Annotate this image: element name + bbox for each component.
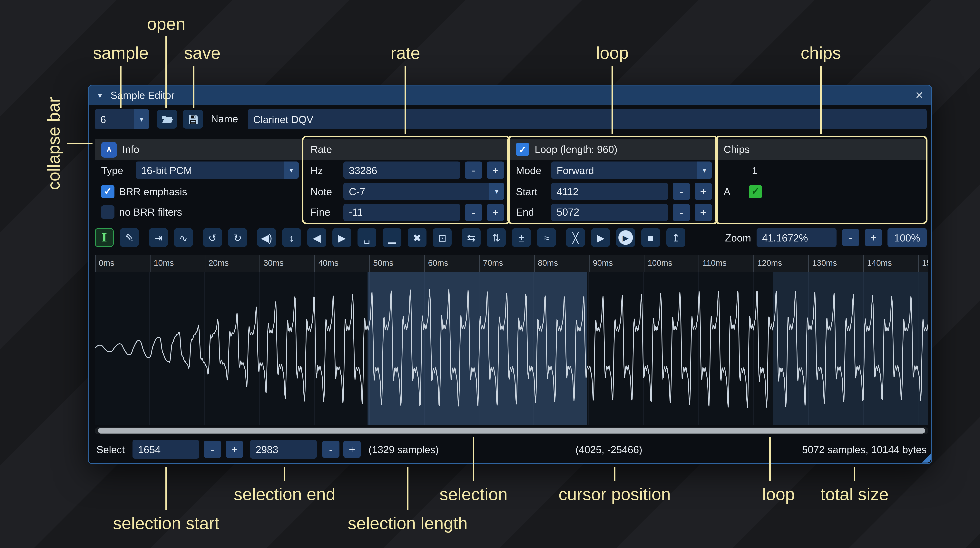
loop-start-decrement-button[interactable]: -	[673, 183, 690, 200]
redo-icon[interactable]: ↻	[228, 228, 247, 247]
fade-in-icon[interactable]: ◀	[307, 228, 326, 247]
amplify-icon[interactable]: ◀)	[257, 228, 276, 247]
loop-end-value: 5072	[557, 206, 579, 218]
loop-end-input[interactable]: 5072	[551, 204, 668, 221]
loop-end-row: End 5072 - +	[510, 202, 718, 223]
hz-increment-button[interactable]: +	[487, 162, 504, 179]
apply-silence-icon[interactable]: ▁	[383, 228, 401, 247]
timeline-tick: 90ms	[589, 255, 613, 272]
selection-start-input[interactable]: 1654	[132, 440, 199, 459]
collapse-bar-button[interactable]: ∧	[101, 142, 117, 157]
fine-decrement-button[interactable]: -	[465, 204, 482, 221]
annotation-total-size: total size	[821, 484, 888, 505]
timeline-tick: 100ms	[644, 255, 672, 272]
insert-silence-icon[interactable]: ␣	[358, 228, 376, 247]
stop-icon[interactable]: ■	[641, 228, 660, 247]
resample-icon[interactable]: ∿	[174, 228, 193, 247]
window-collapse-icon[interactable]: ▼	[96, 91, 103, 99]
loop-start-input[interactable]: 4112	[551, 183, 668, 200]
save-button[interactable]	[183, 110, 203, 129]
type-select-value: 16-bit PCM	[141, 164, 192, 176]
invert-icon[interactable]: ⇅	[487, 228, 506, 247]
loop-mode-select[interactable]: Forward ▼	[551, 162, 712, 179]
note-select[interactable]: C-7 ▼	[344, 183, 504, 200]
annotation-line-total-size	[854, 467, 855, 481]
filter-icon[interactable]: ≈	[537, 228, 556, 247]
brr-emphasis-label: BRR emphasis	[119, 185, 187, 197]
annotation-open: open	[147, 14, 185, 35]
waveform-canvas[interactable]	[95, 272, 928, 425]
selection-end-decrement-button[interactable]: -	[322, 441, 339, 458]
draw-icon[interactable]: ✎	[120, 228, 139, 247]
scrollbar-thumb[interactable]	[98, 428, 925, 433]
fine-input[interactable]: -11	[344, 204, 460, 221]
selection-end-input[interactable]: 2983	[250, 440, 317, 459]
selection-start-value: 1654	[138, 443, 161, 455]
import-icon[interactable]: ↥	[667, 228, 685, 247]
type-select[interactable]: 16-bit PCM ▼	[136, 162, 299, 179]
no-brr-filters-checkbox[interactable]	[101, 206, 115, 219]
loop-start-label: Start	[516, 185, 546, 197]
zoom-out-button[interactable]: -	[842, 229, 859, 246]
chevron-down-icon: ▼	[489, 183, 504, 200]
zoom-input[interactable]: 41.1672%	[757, 228, 837, 247]
reverse-icon[interactable]: ⇆	[462, 228, 480, 247]
name-input[interactable]: Clarinet DQV	[248, 109, 927, 129]
crossfade-icon[interactable]: ╳	[566, 228, 585, 247]
window-resize-grip[interactable]	[922, 454, 931, 462]
rate-panel: Rate Hz 33286 - + Note C-7 ▼ Fine	[304, 139, 510, 223]
timeline-tick: 140ms	[863, 255, 892, 272]
name-label: Name	[211, 113, 238, 125]
chips-row-a: A ✓	[718, 181, 927, 202]
selection-end-increment-button[interactable]: +	[344, 441, 361, 458]
hz-input[interactable]: 33286	[344, 162, 460, 179]
preview-icon[interactable]: ▶	[591, 228, 610, 247]
selection-start-decrement-button[interactable]: -	[204, 441, 221, 458]
loop-start-increment-button[interactable]: +	[695, 183, 712, 200]
timeline-tick: 130ms	[808, 255, 837, 272]
loop-panel: ✓ Loop (length: 960) Mode Forward ▼ Star…	[510, 139, 718, 223]
zoom-reset-button[interactable]: 100%	[888, 228, 927, 247]
zoom-in-button[interactable]: +	[865, 229, 882, 246]
folder-open-icon	[161, 113, 173, 125]
timeline-tick: 60ms	[424, 255, 448, 272]
waveform-scrollbar[interactable]	[95, 427, 928, 434]
fade-out-icon[interactable]: ▶	[332, 228, 351, 247]
rate-panel-title: Rate	[310, 143, 332, 155]
timeline-ruler[interactable]: 0ms10ms20ms30ms40ms50ms60ms70ms80ms90ms1…	[95, 255, 928, 272]
open-button[interactable]	[157, 110, 177, 129]
loop-end-label: End	[516, 206, 546, 218]
delete-icon[interactable]: ✖	[408, 228, 426, 247]
chip-enable-checkbox[interactable]: ✓	[749, 185, 762, 198]
no-brr-filters-label: no BRR filters	[119, 206, 182, 218]
selection-start-increment-button[interactable]: +	[226, 441, 243, 458]
trim-icon[interactable]: ⊡	[433, 228, 452, 247]
hz-label: Hz	[310, 164, 339, 176]
resize-icon[interactable]: ⇥	[149, 228, 168, 247]
annotation-line-selection-length	[407, 467, 409, 510]
fine-label: Fine	[310, 206, 339, 218]
annotation-line-rate	[404, 66, 406, 134]
loop-end-increment-button[interactable]: +	[695, 204, 712, 221]
undo-icon[interactable]: ↺	[203, 228, 222, 247]
fine-value: -11	[349, 206, 363, 218]
loop-mode-row: Mode Forward ▼	[510, 160, 718, 181]
fine-increment-button[interactable]: +	[487, 204, 504, 221]
sample-select[interactable]: 6 ▼	[95, 109, 149, 129]
hz-decrement-button[interactable]: -	[465, 162, 482, 179]
normalize-icon[interactable]: ↕	[282, 228, 301, 247]
brr-emphasis-checkbox[interactable]: ✓	[101, 185, 115, 198]
chips-panel: Chips 1 A ✓	[718, 139, 927, 223]
close-icon[interactable]: ✕	[915, 89, 924, 101]
loop-end-decrement-button[interactable]: -	[673, 204, 690, 221]
annotation-collapse-bar: collapse bar	[44, 97, 64, 190]
edit-mode-icon[interactable]: I	[95, 228, 114, 247]
loop-enable-checkbox[interactable]: ✓	[516, 143, 529, 156]
timeline-tick: 120ms	[753, 255, 782, 272]
preview-note-icon[interactable]: ▶	[616, 228, 635, 247]
status-bar: Select 1654 - + 2983 - + (1329 samples) …	[95, 440, 928, 460]
sign-icon[interactable]: ±	[512, 228, 531, 247]
toolbar: I✎⇥∿↺↻◀)↕◀▶␣▁✖⊡⇆⇅±≈╳▶▶■↥ Zoom 41.1672% -…	[95, 228, 927, 247]
sample-name-row: 6 ▼ Name Cla	[95, 109, 927, 129]
titlebar[interactable]: ▼ Sample Editor ✕	[89, 86, 931, 105]
